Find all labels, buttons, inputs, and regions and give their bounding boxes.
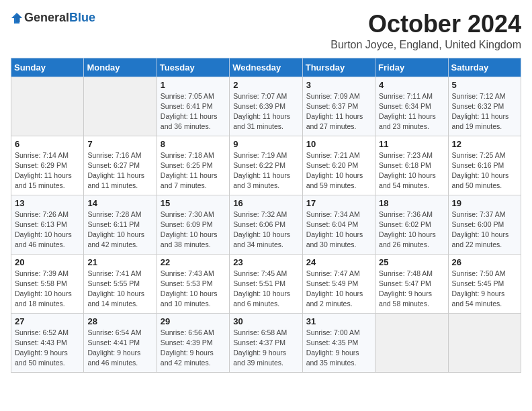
day-number: 5 [452,80,517,90]
day-info: Sunrise: 7:48 AMSunset: 5:47 PMDaylight:… [379,269,444,310]
header: GeneralBlue October 2024 Burton Joyce, E… [11,11,521,51]
day-info: Sunrise: 7:25 AMSunset: 6:16 PMDaylight:… [452,150,517,191]
day-number: 14 [87,198,152,208]
day-number: 27 [15,316,80,326]
calendar-cell: 3Sunrise: 7:09 AMSunset: 6:37 PMDaylight… [302,77,375,136]
day-number: 7 [87,139,152,149]
calendar-cell: 22Sunrise: 7:43 AMSunset: 5:53 PMDayligh… [157,254,229,313]
day-info: Sunrise: 7:14 AMSunset: 6:29 PMDaylight:… [15,150,80,191]
day-info: Sunrise: 7:19 AMSunset: 6:22 PMDaylight:… [233,150,298,191]
col-header-tuesday: Tuesday [157,58,229,77]
calendar-cell: 10Sunrise: 7:21 AMSunset: 6:20 PMDayligh… [302,136,375,195]
day-info: Sunrise: 7:11 AMSunset: 6:34 PMDaylight:… [379,91,444,132]
header-row: SundayMondayTuesdayWednesdayThursdayFrid… [11,58,521,77]
week-row-4: 20Sunrise: 7:39 AMSunset: 5:58 PMDayligh… [11,254,521,313]
calendar-cell: 4Sunrise: 7:11 AMSunset: 6:34 PMDaylight… [375,77,448,136]
day-number: 28 [87,316,152,326]
day-number: 22 [161,257,226,267]
logo-text-blue: Blue [69,11,95,24]
calendar-table: SundayMondayTuesdayWednesdayThursdayFrid… [11,58,521,373]
day-number: 4 [379,80,444,90]
day-number: 23 [233,257,298,267]
calendar-cell [448,313,521,372]
calendar-cell: 9Sunrise: 7:19 AMSunset: 6:22 PMDaylight… [230,136,302,195]
day-number: 9 [233,139,298,149]
day-info: Sunrise: 7:23 AMSunset: 6:18 PMDaylight:… [379,150,444,191]
calendar-cell: 5Sunrise: 7:12 AMSunset: 6:32 PMDaylight… [448,77,521,136]
day-number: 13 [15,198,80,208]
day-info: Sunrise: 7:37 AMSunset: 6:00 PMDaylight:… [452,210,517,250]
calendar-cell: 2Sunrise: 7:07 AMSunset: 6:39 PMDaylight… [230,77,302,136]
day-info: Sunrise: 7:32 AMSunset: 6:06 PMDaylight:… [233,210,298,250]
calendar-cell: 6Sunrise: 7:14 AMSunset: 6:29 PMDaylight… [11,136,84,195]
day-number: 3 [306,80,371,90]
day-number: 17 [306,198,371,208]
day-number: 12 [452,139,517,149]
calendar-cell: 31Sunrise: 7:00 AMSunset: 4:35 PMDayligh… [302,313,375,372]
week-row-5: 27Sunrise: 6:52 AMSunset: 4:43 PMDayligh… [11,313,521,372]
logo: GeneralBlue [11,11,95,25]
day-info: Sunrise: 7:45 AMSunset: 5:51 PMDaylight:… [233,269,298,310]
day-info: Sunrise: 7:34 AMSunset: 6:04 PMDaylight:… [306,210,371,250]
calendar-cell: 26Sunrise: 7:50 AMSunset: 5:45 PMDayligh… [448,254,521,313]
day-number: 11 [379,139,444,149]
month-title: October 2024 [330,11,521,38]
calendar-cell: 25Sunrise: 7:48 AMSunset: 5:47 PMDayligh… [375,254,448,313]
day-info: Sunrise: 7:30 AMSunset: 6:09 PMDaylight:… [161,210,226,250]
day-number: 18 [379,198,444,208]
calendar-cell: 11Sunrise: 7:23 AMSunset: 6:18 PMDayligh… [375,136,448,195]
day-info: Sunrise: 7:26 AMSunset: 6:13 PMDaylight:… [15,210,80,250]
calendar-cell: 29Sunrise: 6:56 AMSunset: 4:39 PMDayligh… [157,313,229,372]
col-header-wednesday: Wednesday [230,58,302,77]
calendar-cell: 8Sunrise: 7:18 AMSunset: 6:25 PMDaylight… [157,136,229,195]
calendar-cell: 7Sunrise: 7:16 AMSunset: 6:27 PMDaylight… [84,136,157,195]
day-info: Sunrise: 6:52 AMSunset: 4:43 PMDaylight:… [15,328,80,369]
day-number: 2 [233,80,298,90]
day-number: 26 [452,257,517,267]
calendar-cell: 12Sunrise: 7:25 AMSunset: 6:16 PMDayligh… [448,136,521,195]
day-number: 19 [452,198,517,208]
day-info: Sunrise: 7:18 AMSunset: 6:25 PMDaylight:… [161,150,226,191]
logo-text-general: General [24,11,69,24]
day-number: 8 [161,139,226,149]
week-row-2: 6Sunrise: 7:14 AMSunset: 6:29 PMDaylight… [11,136,521,195]
day-number: 24 [306,257,371,267]
day-info: Sunrise: 7:16 AMSunset: 6:27 PMDaylight:… [87,150,152,191]
day-info: Sunrise: 7:05 AMSunset: 6:41 PMDaylight:… [161,91,226,132]
calendar-cell: 23Sunrise: 7:45 AMSunset: 5:51 PMDayligh… [230,254,302,313]
day-info: Sunrise: 7:21 AMSunset: 6:20 PMDaylight:… [306,150,371,191]
day-info: Sunrise: 7:28 AMSunset: 6:11 PMDaylight:… [87,210,152,250]
day-number: 30 [233,316,298,326]
calendar-cell [375,313,448,372]
day-info: Sunrise: 7:41 AMSunset: 5:55 PMDaylight:… [87,269,152,310]
calendar-cell [84,77,157,136]
day-info: Sunrise: 6:56 AMSunset: 4:39 PMDaylight:… [161,328,226,369]
calendar-cell [11,77,84,136]
day-number: 6 [15,139,80,149]
day-number: 16 [233,198,298,208]
day-number: 1 [161,80,226,90]
day-info: Sunrise: 7:07 AMSunset: 6:39 PMDaylight:… [233,91,298,132]
calendar-cell: 24Sunrise: 7:47 AMSunset: 5:49 PMDayligh… [302,254,375,313]
calendar-cell: 28Sunrise: 6:54 AMSunset: 4:41 PMDayligh… [84,313,157,372]
day-info: Sunrise: 7:50 AMSunset: 5:45 PMDaylight:… [452,269,517,310]
calendar-cell: 16Sunrise: 7:32 AMSunset: 6:06 PMDayligh… [230,195,302,254]
col-header-sunday: Sunday [11,58,84,77]
day-info: Sunrise: 7:36 AMSunset: 6:02 PMDaylight:… [379,210,444,250]
calendar-cell: 27Sunrise: 6:52 AMSunset: 4:43 PMDayligh… [11,313,84,372]
day-info: Sunrise: 6:54 AMSunset: 4:41 PMDaylight:… [87,328,152,369]
calendar-cell: 18Sunrise: 7:36 AMSunset: 6:02 PMDayligh… [375,195,448,254]
svg-marker-1 [12,14,22,22]
calendar-cell: 1Sunrise: 7:05 AMSunset: 6:41 PMDaylight… [157,77,229,136]
calendar-cell: 30Sunrise: 6:58 AMSunset: 4:37 PMDayligh… [230,313,302,372]
calendar-cell: 15Sunrise: 7:30 AMSunset: 6:09 PMDayligh… [157,195,229,254]
day-number: 15 [161,198,226,208]
col-header-thursday: Thursday [302,58,375,77]
day-info: Sunrise: 7:09 AMSunset: 6:37 PMDaylight:… [306,91,371,132]
day-info: Sunrise: 7:12 AMSunset: 6:32 PMDaylight:… [452,91,517,132]
day-info: Sunrise: 7:00 AMSunset: 4:35 PMDaylight:… [306,328,371,369]
calendar-cell: 19Sunrise: 7:37 AMSunset: 6:00 PMDayligh… [448,195,521,254]
week-row-1: 1Sunrise: 7:05 AMSunset: 6:41 PMDaylight… [11,77,521,136]
location-title: Burton Joyce, England, United Kingdom [330,39,521,51]
calendar-cell: 20Sunrise: 7:39 AMSunset: 5:58 PMDayligh… [11,254,84,313]
